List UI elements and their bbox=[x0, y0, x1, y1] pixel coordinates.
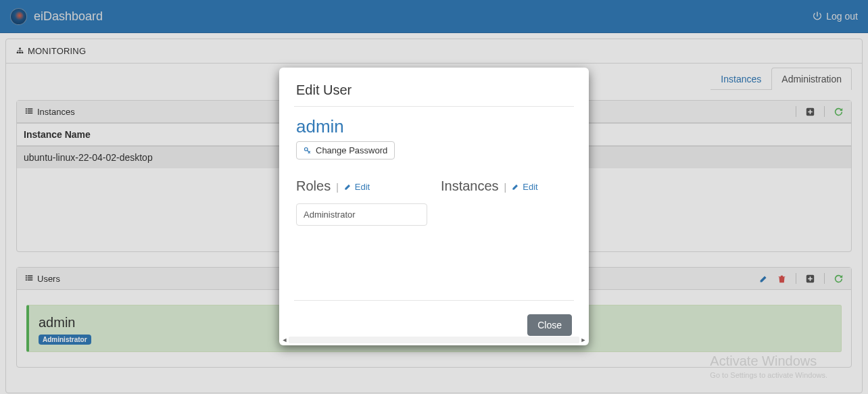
roles-instances-row: Roles | Edit Administrator Instances | bbox=[296, 178, 572, 226]
scroll-track[interactable] bbox=[289, 337, 579, 343]
instances-column: Instances | Edit bbox=[441, 178, 572, 226]
close-button[interactable]: Close bbox=[527, 314, 572, 336]
role-item: Administrator bbox=[296, 203, 427, 226]
modal-footer-separator bbox=[294, 300, 574, 301]
edit-instances-label: Edit bbox=[523, 182, 537, 192]
key-icon bbox=[304, 147, 312, 155]
roles-column: Roles | Edit Administrator bbox=[296, 178, 427, 226]
edit-instances-link[interactable]: Edit bbox=[512, 182, 537, 192]
scroll-right-arrow[interactable]: ► bbox=[579, 336, 587, 344]
pencil-icon bbox=[512, 183, 519, 191]
modal-horizontal-scrollbar[interactable]: ◄ ► bbox=[281, 336, 587, 344]
modal-separator bbox=[294, 106, 574, 107]
scroll-left-arrow[interactable]: ◄ bbox=[281, 336, 289, 344]
roles-heading: Roles bbox=[296, 178, 331, 194]
edit-roles-link[interactable]: Edit bbox=[344, 182, 370, 192]
edit-roles-label: Edit bbox=[355, 182, 370, 192]
modal-title: Edit User bbox=[296, 82, 572, 98]
change-password-button[interactable]: Change Password bbox=[296, 141, 395, 159]
modal-wrap: Edit User admin Change Password Roles | … bbox=[0, 0, 868, 394]
pencil-icon bbox=[344, 183, 352, 191]
change-password-label: Change Password bbox=[316, 145, 387, 155]
instances-heading: Instances bbox=[441, 178, 499, 194]
modal-username: admin bbox=[296, 116, 572, 137]
pipe-separator: | bbox=[336, 182, 339, 193]
edit-user-modal: Edit User admin Change Password Roles | … bbox=[279, 68, 589, 345]
pipe-separator: | bbox=[504, 182, 507, 193]
